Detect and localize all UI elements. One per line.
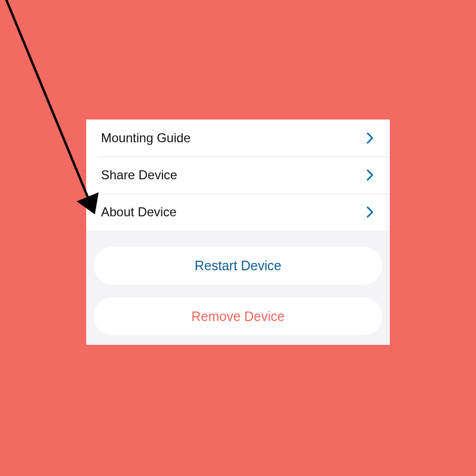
chevron-right-icon [367, 169, 374, 181]
list-item-about-device[interactable]: About Device [86, 194, 390, 231]
button-label: Remove Device [191, 309, 285, 324]
list-item-share-device[interactable]: Share Device [86, 157, 390, 194]
restart-device-button[interactable]: Restart Device [94, 246, 382, 285]
svg-line-0 [4, 0, 93, 210]
list-item-label: About Device [101, 205, 177, 219]
chevron-right-icon [367, 132, 374, 144]
remove-device-button[interactable]: Remove Device [94, 297, 382, 335]
list-item-mounting-guide[interactable]: Mounting Guide [86, 120, 390, 157]
button-label: Restart Device [195, 258, 281, 273]
device-settings-panel: Mounting Guide Share Device About Device [86, 120, 390, 345]
chevron-right-icon [367, 206, 374, 218]
list-item-label: Mounting Guide [101, 131, 190, 145]
settings-list: Mounting Guide Share Device About Device [86, 120, 390, 231]
list-item-label: Share Device [101, 168, 177, 182]
